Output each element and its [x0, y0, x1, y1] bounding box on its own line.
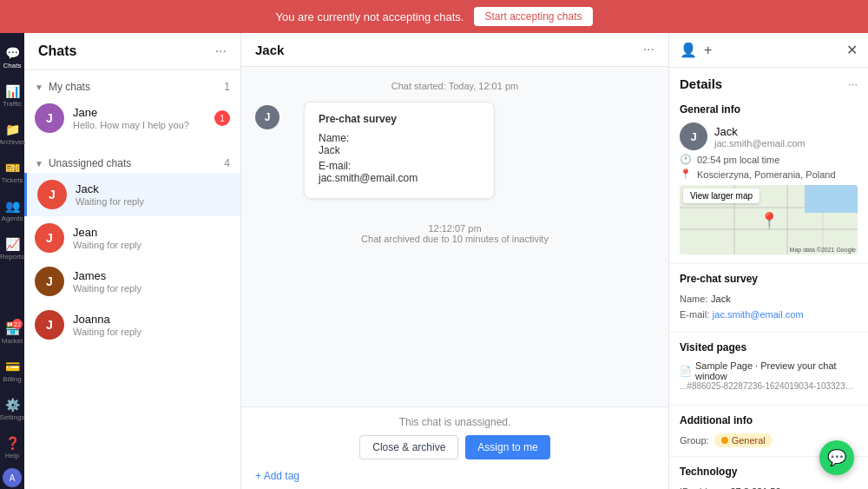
notification-bar: You are currently not accepting chats. S… — [0, 0, 868, 33]
nav-item-billing[interactable]: 💳 Billing — [0, 354, 24, 388]
help-icon: ❓ — [5, 436, 20, 450]
my-chats-label: My chats — [49, 81, 90, 93]
nav-label-tickets: Tickets — [1, 176, 23, 184]
unassigned-chats-header[interactable]: ▼ Unassigned chats 4 — [24, 154, 240, 173]
unassigned-chats-section: ▼ Unassigned chats 4 J Jack Waiting for … — [24, 147, 240, 354]
billing-icon: 💳 — [5, 360, 20, 373]
jane-badge: 1 — [214, 110, 230, 126]
chat-started-label: Chat started: Today, 12:01 pm — [391, 81, 518, 91]
chat-item-jean[interactable]: J Jean Waiting for reply — [24, 216, 240, 260]
contact-info-row: J Jack jac.smith@email.com — [680, 122, 858, 150]
chat-footer: This chat is unassigned. Close & archive… — [241, 406, 668, 489]
contact-email: jac.smith@email.com — [714, 138, 806, 149]
chat-title: Jack — [255, 43, 284, 57]
nav-item-settings[interactable]: ⚙️ Settings — [0, 392, 24, 426]
chat-item-joanna[interactable]: J Joanna Waiting for reply — [24, 303, 240, 347]
jane-status: Hello. How may I help you? — [73, 120, 206, 130]
pre-chat-survey-section: Pre-chat survey Name: Jack E-mail: jac.s… — [669, 264, 868, 333]
pre-chat-name-value: Jack — [319, 144, 340, 156]
jean-avatar: J — [35, 223, 64, 253]
nav-item-agents[interactable]: 👥 Agents — [0, 193, 24, 228]
chat-main-header: Jack ··· — [241, 33, 668, 67]
nav-item-chats[interactable]: 💬 Chats — [0, 40, 24, 75]
chats-panel: Chats ··· ▼ My chats 1 J Jane Hello. How… — [24, 33, 241, 489]
pre-chat-survey-card: Pre-chat survey Name: Jack E-mail: jac.s… — [304, 102, 495, 199]
chats-icon: 💬 — [5, 46, 20, 60]
clock-icon: 🕐 — [680, 154, 692, 165]
chat-messages: Chat started: Today, 12:01 pm J Pre-chat… — [241, 67, 668, 406]
additional-info-title: Additional info — [680, 414, 858, 426]
nav-item-reports[interactable]: 📈 Reports — [0, 231, 24, 266]
add-tag-link[interactable]: + Add tag — [255, 466, 654, 486]
map-container: 📍 View larger map Map data ©2021 Google — [680, 185, 858, 254]
group-value: General — [732, 435, 766, 446]
pre-chat-email-value: jac.smith@email.com — [319, 172, 418, 184]
nav-label-billing: Billing — [3, 375, 21, 383]
close-details-icon[interactable]: ✕ — [846, 42, 858, 58]
details-panel-header: 👤 + ✕ — [669, 33, 868, 68]
survey-name-label: Name: — [680, 294, 707, 304]
james-name: James — [73, 269, 230, 282]
general-info-title: General info — [680, 103, 858, 116]
assign-to-me-button[interactable]: Assign to me — [465, 435, 549, 459]
local-time: 02:54 pm local time — [697, 155, 779, 165]
chats-menu-icon[interactable]: ··· — [215, 43, 227, 59]
nav-item-marketplace[interactable]: 🏪 Market 22 — [0, 315, 24, 350]
nav-label-agents: Agents — [2, 215, 23, 222]
pre-chat-message-row: J Pre-chat survey Name: Jack E-mail: jac… — [255, 102, 654, 199]
user-avatar[interactable]: A — [3, 468, 22, 487]
visited-pages-section: Visited pages 📄 Sample Page · Preview yo… — [669, 333, 868, 406]
chat-actions: Close & archive Assign to me — [255, 435, 654, 459]
start-accepting-button[interactable]: Start accepting chats — [474, 7, 592, 26]
add-contact-icon[interactable]: 👤 — [680, 42, 697, 58]
nav-label-marketplace: Market — [2, 337, 23, 345]
my-chats-chevron: ▼ — [35, 83, 43, 92]
chats-header: Chats ··· — [24, 33, 240, 70]
chats-title: Chats — [38, 43, 76, 59]
close-archive-button[interactable]: Close & archive — [359, 435, 458, 459]
nav-item-traffic[interactable]: 📊 Traffic — [0, 78, 24, 113]
my-chats-header[interactable]: ▼ My chats 1 — [24, 77, 240, 96]
unassigned-label: Unassigned chats — [49, 157, 131, 169]
unassigned-count: 4 — [224, 157, 230, 169]
marketplace-badge: 22 — [12, 319, 23, 329]
location: Koscierzyna, Pomerania, Poland — [697, 169, 836, 180]
chat-item-jane[interactable]: J Jane Hello. How may I help you? 1 — [24, 96, 240, 140]
support-chat-button[interactable]: 💬 — [819, 440, 854, 475]
nav-item-tickets[interactable]: 🎫 Tickets — [0, 155, 24, 189]
chat-main-menu-icon[interactable]: ··· — [643, 42, 654, 57]
add-icon[interactable]: + — [704, 43, 712, 58]
survey-email-row: E-mail: jac.smith@email.com — [680, 307, 858, 320]
unassigned-chevron: ▼ — [35, 159, 43, 169]
nav-item-archives[interactable]: 📁 Archives — [0, 116, 24, 151]
contact-avatar: J — [680, 122, 707, 150]
details-title: Details — [680, 76, 722, 91]
survey-email-label: E-mail: — [680, 309, 709, 320]
group-label: Group: — [680, 435, 709, 446]
location-row: 📍 Koscierzyna, Pomerania, Poland — [680, 169, 858, 180]
archived-info: 12:12:07 pm Chat archived due to 10 minu… — [361, 223, 549, 244]
james-avatar: J — [35, 267, 64, 296]
nav-label-help: Help — [5, 452, 19, 459]
jack-name: Jack — [76, 182, 230, 195]
my-chats-section: ▼ My chats 1 J Jane Hello. How may I hel… — [24, 70, 240, 147]
nav-item-help[interactable]: ❓ Help — [0, 430, 24, 465]
chat-item-james[interactable]: J James Waiting for reply — [24, 260, 240, 303]
jean-name: Jean — [73, 226, 230, 239]
ip-row: IP address: 37.8.231.52 — [680, 485, 858, 489]
tickets-icon: 🎫 — [5, 161, 20, 175]
location-icon: 📍 — [680, 169, 692, 180]
page-title: Sample Page · Preview your chat window — [695, 360, 858, 381]
visited-page-item: 📄 Sample Page · Preview your chat window… — [680, 360, 858, 391]
general-info-section: General info J Jack jac.smith@email.com … — [669, 95, 868, 264]
pre-chat-name-label: Name: — [319, 132, 349, 144]
agents-icon: 👥 — [5, 199, 20, 213]
details-menu-icon[interactable]: ··· — [848, 77, 858, 90]
group-badge: General — [714, 433, 773, 447]
nav-label-settings: Settings — [0, 413, 24, 421]
chat-item-jack[interactable]: J Jack Waiting for reply — [24, 173, 240, 216]
jack-status: Waiting for reply — [76, 196, 230, 207]
view-larger-map-button[interactable]: View larger map — [683, 188, 760, 203]
unassigned-notice: This chat is unassigned. — [255, 416, 654, 428]
joanna-status: Waiting for reply — [73, 327, 230, 337]
